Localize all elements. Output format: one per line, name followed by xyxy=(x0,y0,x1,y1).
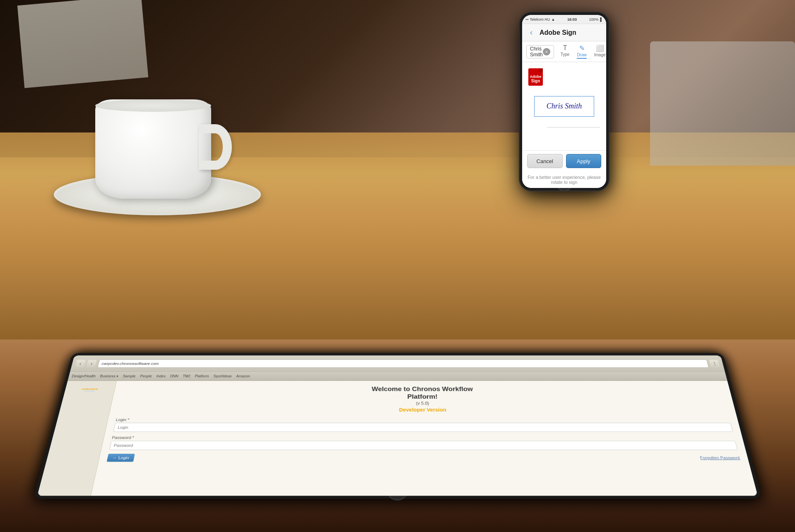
status-right: 100% ▌ xyxy=(589,17,603,22)
adobe-sign-app: ••• Telekom HU ▲ 16:03 100% ▌ ‹ Adobe Si… xyxy=(522,15,606,188)
bookmark-2[interactable]: Business ▾ xyxy=(100,374,119,378)
app-logo: CHRONOS SOFTWARE xyxy=(67,383,113,397)
app-navigation-bar: ‹ Adobe Sign xyxy=(522,24,606,41)
battery-icon: ▌ xyxy=(600,17,603,22)
signature-canvas[interactable]: Chris Smith xyxy=(534,96,594,117)
developer-version-label: Developer Version xyxy=(118,407,728,412)
background-laptop xyxy=(650,41,795,166)
image-button[interactable]: ⬜ Image xyxy=(591,43,606,60)
login-label: Login * xyxy=(116,418,730,422)
login-input[interactable] xyxy=(113,423,733,432)
carrier-text: Telekom HU xyxy=(530,17,550,22)
smartphone-device: ••• Telekom HU ▲ 16:03 100% ▌ ‹ Adobe Si… xyxy=(520,12,609,190)
pdf-text: Sign xyxy=(531,79,540,83)
signature-display: Chris Smith xyxy=(547,102,582,111)
cancel-label: Cancel xyxy=(537,158,553,164)
rotate-hint-text: For a better user experience, please rot… xyxy=(522,171,606,188)
draw-button-label: Draw xyxy=(577,53,586,57)
coffee-cup-area xyxy=(41,50,298,224)
browser-forward-button[interactable]: › xyxy=(86,360,97,367)
page-title: Welcome to Chronos Workflow xyxy=(122,386,723,393)
pdf-icon: Adobe Sign xyxy=(528,68,543,86)
forgotten-password-link[interactable]: Forgotten Password xyxy=(700,455,740,460)
login-button-label: Login xyxy=(118,455,130,460)
image-button-label: Image xyxy=(594,53,606,57)
wifi-icon: ▲ xyxy=(551,17,555,22)
bookmark-5[interactable]: Index xyxy=(156,374,166,378)
type-icon: T xyxy=(563,44,567,52)
password-label: Password * xyxy=(111,436,735,440)
clock-text: 16:03 xyxy=(567,17,577,22)
browser-back-button[interactable]: ‹ xyxy=(75,360,86,367)
draw-icon: ✎ xyxy=(579,44,585,52)
name-input-value: Chris Smith xyxy=(530,46,543,58)
signal-dots: ••• xyxy=(525,18,528,21)
bookmark-7[interactable]: TM2 xyxy=(183,374,191,378)
cup-rim xyxy=(95,99,211,112)
pdf-fold xyxy=(539,68,543,72)
draw-button[interactable]: ✎ Draw xyxy=(573,43,590,60)
browser-toolbar: ‹ › cwrpcdev.chronossoftware.com ⋮ xyxy=(70,356,725,372)
version-text: (v 5.0) xyxy=(119,401,726,406)
tablet-device: ‹ › cwrpcdev.chronossoftware.com ⋮ Desig… xyxy=(33,353,762,499)
back-button[interactable]: ‹ xyxy=(526,28,536,38)
status-left: ••• Telekom HU ▲ xyxy=(525,17,555,22)
action-buttons-row: Cancel Apply xyxy=(522,150,606,171)
tablet-content: CHRONOS SOFTWARE Welcome to Chronos Work… xyxy=(37,381,758,496)
bookmark-1[interactable]: Design/Health xyxy=(72,374,96,378)
cup-handle xyxy=(199,124,232,170)
type-button-label: Type xyxy=(561,52,570,57)
bookmark-3[interactable]: Sample xyxy=(123,374,136,378)
apply-label: Apply xyxy=(577,158,590,164)
password-form-group: Password * xyxy=(109,436,738,450)
login-button[interactable]: → Login xyxy=(107,454,135,462)
pdf-label: Adobe xyxy=(530,75,542,79)
bookmark-9[interactable]: SportIdeas xyxy=(213,374,232,378)
apply-button[interactable]: Apply xyxy=(566,154,602,168)
bookmarks-bar: Design/Health Business ▾ Sample People I… xyxy=(67,372,727,381)
browser-menu-button[interactable]: ⋮ xyxy=(709,360,720,367)
tablet-screen: ‹ › cwrpcdev.chronossoftware.com ⋮ Desig… xyxy=(37,356,758,496)
clear-name-button[interactable]: × xyxy=(543,48,550,55)
login-icon: → xyxy=(112,455,117,460)
cancel-button[interactable]: Cancel xyxy=(527,154,563,168)
coffee-cup xyxy=(95,99,211,199)
image-icon: ⬜ xyxy=(596,44,604,52)
url-text: cwrpcdev.chronossoftware.com xyxy=(101,361,159,365)
password-input[interactable] xyxy=(109,441,738,450)
phone-status-bar: ••• Telekom HU ▲ 16:03 100% ▌ xyxy=(522,15,606,24)
name-input-container[interactable]: Chris Smith × xyxy=(526,45,554,58)
signature-type-buttons: T Type ✎ Draw ⬜ Image xyxy=(557,43,606,60)
signature-baseline xyxy=(547,127,600,128)
tablet-main-content: Welcome to Chronos Workflow Platform! (v… xyxy=(91,381,758,496)
battery-text: 100% xyxy=(589,17,599,22)
bookmark-4[interactable]: People xyxy=(140,374,152,378)
bookmark-8[interactable]: Platform xyxy=(195,374,209,378)
signature-area[interactable]: Adobe Sign Chris Smith xyxy=(522,62,606,150)
url-bar[interactable]: cwrpcdev.chronossoftware.com xyxy=(97,359,709,368)
login-form-group: Login * xyxy=(113,418,733,432)
bookmark-6[interactable]: DNN xyxy=(170,374,178,378)
type-button[interactable]: T Type xyxy=(557,43,573,60)
app-title: Adobe Sign xyxy=(540,29,576,36)
phone-screen: ••• Telekom HU ▲ 16:03 100% ▌ ‹ Adobe Si… xyxy=(522,15,606,188)
bookmark-10[interactable]: Amazon xyxy=(236,374,250,378)
signature-toolbar: Chris Smith × T Type ✎ Draw ⬜ Image xyxy=(522,41,606,62)
page-title-line2: Platform! xyxy=(120,393,725,400)
